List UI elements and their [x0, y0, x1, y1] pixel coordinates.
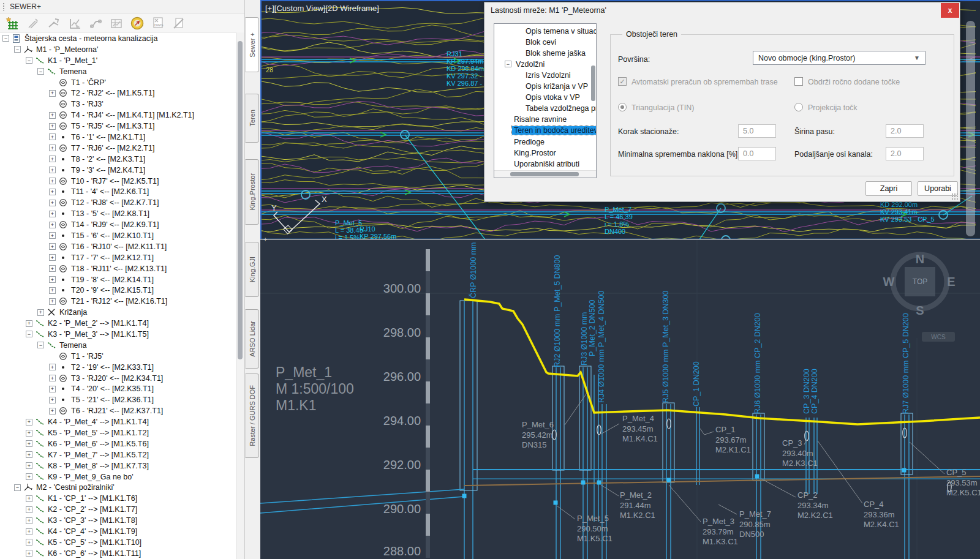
globe-icon[interactable]: [129, 16, 145, 31]
tree-item[interactable]: −M2 - 'Cestni požiralniki': [0, 482, 236, 493]
expand-icon[interactable]: +: [49, 287, 56, 294]
tree-item[interactable]: T1 - 'ČRP': [0, 77, 236, 88]
expand-icon[interactable]: +: [49, 167, 56, 173]
tree-item[interactable]: +T2 - '19' <-- [M2.K33.T1]: [0, 362, 236, 373]
tree-item[interactable]: +T9 - '3' <-- [M2.K4.T1]: [0, 165, 236, 176]
collapse-icon[interactable]: −: [505, 61, 511, 67]
tree-item[interactable]: +K5 - 'CP_5' --> [M1.K1.T10]: [0, 537, 236, 548]
dialog-tree-item[interactable]: Predloge: [512, 137, 546, 147]
collapse-icon[interactable]: −: [2, 35, 9, 42]
tree-item[interactable]: −Temena: [0, 340, 236, 351]
expand-icon[interactable]: +: [26, 451, 32, 458]
tree-item[interactable]: +Križanja: [0, 307, 236, 318]
tree-item[interactable]: +T2 - 'RJ2' <-- [M1.K5.T1]: [0, 88, 236, 99]
expand-icon[interactable]: +: [49, 200, 56, 206]
expand-icon[interactable]: +: [49, 112, 56, 119]
expand-icon[interactable]: +: [26, 440, 32, 447]
expand-icon[interactable]: +: [26, 550, 32, 557]
dialog-tree-item[interactable]: Opis temena v situaciji: [524, 26, 597, 36]
tree-item[interactable]: +K8 - 'P_Met_8' --> [M1.K7.T3]: [0, 460, 236, 471]
expand-icon[interactable]: +: [49, 144, 56, 151]
tree-item[interactable]: +K1 - 'CP_1' --> [M1.K1.T6]: [0, 493, 236, 504]
tree-item[interactable]: +T4 - 'RJ4' <-- [M1.K4.T1] [M1.K2.T1]: [0, 110, 236, 121]
expand-icon[interactable]: +: [49, 386, 56, 392]
dialog-tree-item[interactable]: Teren in bodoča ureditev: [512, 126, 597, 136]
tree-item[interactable]: +K2 - 'P_Met_2' --> [M1.K1.T4]: [0, 318, 236, 329]
viewcube-north[interactable]: N: [916, 252, 924, 266]
dialog-tree-item[interactable]: Opis križanja v VP: [524, 81, 590, 92]
expand-icon[interactable]: +: [49, 189, 56, 195]
dialog-tree-item[interactable]: Blok sheme jaška: [524, 48, 587, 58]
tree-item[interactable]: +K3 - 'CP_3' --> [M1.K1.T8]: [0, 515, 236, 526]
tree-item[interactable]: +K6 - 'CP_6' --> [M1.K1.T11]: [0, 548, 236, 559]
collapse-icon[interactable]: −: [37, 342, 44, 348]
expand-icon[interactable]: +: [49, 254, 56, 261]
dwg-export-icon[interactable]: DWG: [150, 16, 165, 31]
tree-item[interactable]: +T10 - 'RJ7' <-- [M2.K5.T1]: [0, 176, 236, 187]
tree-item[interactable]: +T7 - 'RJ6' <-- [M2.K2.T1]: [0, 143, 236, 154]
expand-icon[interactable]: +: [49, 276, 56, 283]
wcs-button-label[interactable]: WCS: [931, 334, 946, 340]
tab-king-gji[interactable]: King.GJI: [245, 242, 259, 297]
tree-item[interactable]: +T20 - '9' <-- [M2.K15.T1]: [0, 285, 236, 296]
tab-sewer[interactable]: Sewer +: [245, 17, 259, 72]
expand-icon[interactable]: +: [49, 265, 56, 272]
korak-input[interactable]: 5.0: [738, 124, 776, 138]
viewcube-east[interactable]: E: [947, 275, 955, 288]
viewcube[interactable]: N W E S TOP WCS: [883, 252, 956, 342]
dialog-tree-item[interactable]: Uporabniški atributi: [512, 159, 581, 169]
expand-icon[interactable]: +: [49, 397, 56, 403]
tree-item[interactable]: +T6 - 'RJ21' <-- [M2.K37.T1]: [0, 405, 236, 416]
expand-icon[interactable]: +: [49, 222, 56, 228]
expand-icon[interactable]: +: [26, 495, 32, 502]
expand-icon[interactable]: +: [49, 243, 56, 250]
tree-item[interactable]: +T6 - '1' <-- [M2.K1.T1]: [0, 132, 236, 143]
tree-item[interactable]: +T14 - 'RJ9' <-- [M2.K9.T1]: [0, 219, 236, 230]
tab-teren[interactable]: Teren: [245, 94, 259, 143]
tree-item[interactable]: +T17 - '7' <-- [M2.K12.T1]: [0, 252, 236, 263]
collapse-icon[interactable]: −: [14, 46, 21, 53]
expand-icon[interactable]: +: [26, 462, 32, 469]
tab-king-prostor[interactable]: King.Prostor: [245, 159, 259, 225]
pipe-profile-icon[interactable]: [88, 16, 103, 31]
tree-item[interactable]: +K6 - 'P_Met_6' --> [M1.K5.T6]: [0, 438, 236, 449]
tree-item[interactable]: +K4 - 'CP_4' --> [M1.K1.T9]: [0, 526, 236, 537]
panel-drag-grip-icon[interactable]: [2, 2, 6, 11]
podaljsanje-input[interactable]: 2.0: [886, 147, 924, 160]
tree-item[interactable]: +T8 - '2' <-- [M2.K3.T1]: [0, 154, 236, 165]
dialog-tree-vscroll-thumb[interactable]: [591, 66, 595, 101]
profile-view[interactable]: N W E S TOP WCS 300.00298.00296.00294.00…: [260, 240, 980, 559]
draw-network-icon[interactable]: [25, 16, 40, 31]
splitter-handle-icon[interactable]: +: [263, 236, 267, 243]
expand-icon[interactable]: +: [49, 133, 56, 140]
map-scrollbar[interactable]: [966, 21, 975, 236]
tree-item[interactable]: +T5 - '21' <-- [M2.K36.T1]: [0, 394, 236, 405]
tab-raster-gurs-dof[interactable]: Raster / GURS DOF: [245, 373, 259, 458]
expand-icon[interactable]: +: [26, 506, 32, 513]
tree-item[interactable]: −M1 - 'P_Meteorna': [0, 44, 236, 55]
projekcija-radio[interactable]: [794, 103, 803, 111]
minimalna-input[interactable]: 0.0: [738, 147, 776, 160]
expand-icon[interactable]: +: [26, 430, 32, 437]
expand-icon[interactable]: +: [26, 419, 32, 426]
new-network-icon[interactable]: [4, 16, 20, 31]
tree-item[interactable]: +T19 - '8' <-- [M2.K14.T1]: [0, 274, 236, 285]
longitudinal-profile-icon[interactable]: [67, 16, 82, 31]
expand-icon[interactable]: +: [49, 90, 56, 97]
collapse-icon[interactable]: −: [26, 331, 32, 337]
tree-item[interactable]: −K1 - 'P_Met_1': [0, 55, 236, 66]
expand-icon[interactable]: +: [49, 211, 56, 217]
expand-icon[interactable]: +: [26, 473, 32, 480]
tree-item[interactable]: +T4 - '20' <-- [M2.K35.T1]: [0, 384, 236, 395]
expand-icon[interactable]: +: [49, 375, 56, 381]
expand-icon[interactable]: +: [26, 528, 32, 535]
expand-icon[interactable]: +: [49, 408, 56, 415]
dialog-tree-hscroll-thumb[interactable]: [510, 172, 579, 176]
dialog-tree-item[interactable]: Tabela vzdolžnega pro: [524, 103, 597, 114]
sirina-input[interactable]: 2.0: [886, 124, 924, 138]
expand-icon[interactable]: +: [37, 309, 44, 316]
zapri-button[interactable]: Zapri: [865, 181, 912, 196]
tree-item[interactable]: −Štajerska cesta - meteorna kanalizacija: [0, 33, 236, 44]
tree-item[interactable]: +T16 - 'RJ10' <-- [M2.K11.T1]: [0, 241, 236, 252]
avtomatski-preracun-checkbox[interactable]: ✓: [618, 77, 627, 86]
